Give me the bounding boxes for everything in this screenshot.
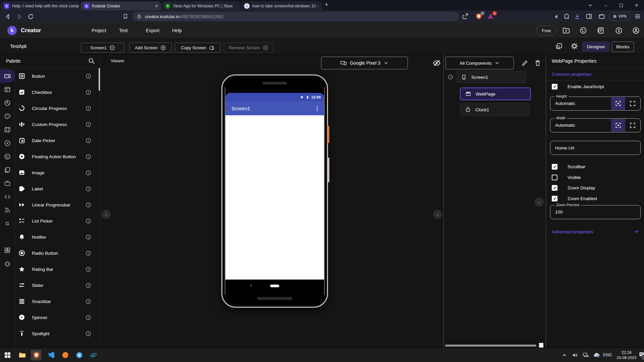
gear-icon[interactable]	[571, 42, 578, 50]
account-icon[interactable]	[632, 26, 640, 35]
property-checkbox-row[interactable]: Scrollbar	[552, 164, 585, 170]
network-icon[interactable]	[582, 352, 589, 359]
palette-scrollbar[interactable]	[99, 68, 100, 91]
taskbar-app[interactable]	[2, 350, 13, 360]
menu-item[interactable]: Export	[146, 28, 159, 33]
info-icon[interactable]	[86, 218, 91, 224]
palette-category[interactable]	[0, 150, 15, 163]
palette-item[interactable]: Radio Button	[15, 245, 100, 261]
palette-category[interactable]	[0, 96, 15, 110]
tree-node[interactable]: Screen1	[456, 71, 526, 83]
advanced-properties-link[interactable]: Advanced properties	[552, 229, 640, 235]
taskbar-app[interactable]	[17, 350, 28, 360]
search-icon[interactable]	[88, 57, 95, 64]
taskbar-app[interactable]	[88, 350, 99, 360]
property-checkbox-row[interactable]: Zoom Display	[552, 185, 595, 191]
clock-time[interactable]: 22:24	[616, 350, 637, 355]
monetization-icon[interactable]	[615, 26, 623, 35]
taskbar-app[interactable]	[31, 350, 42, 360]
browser-tab[interactable]: Help: I need help with the clock comp	[1, 1, 80, 10]
palette-category[interactable]	[0, 83, 15, 96]
info-icon[interactable]	[86, 202, 91, 208]
designer-tab[interactable]: Designer	[582, 42, 610, 52]
palette-category[interactable]	[0, 136, 15, 150]
menu-item[interactable]: Project	[92, 28, 106, 33]
zoom-percent-field[interactable]: Zoom Percent 100	[550, 205, 641, 219]
palette-item[interactable]: Linear Progressbar	[15, 197, 100, 213]
nav-back-icon[interactable]: ‹	[250, 282, 252, 288]
menu-item[interactable]: Help	[172, 28, 182, 33]
app-preview[interactable]: 12:00 Screen1 ⋮	[225, 93, 324, 280]
taskbar-app[interactable]	[60, 350, 70, 360]
extension-ghost-icon[interactable]	[563, 13, 570, 20]
device-selector[interactable]: Google Pixel 3	[321, 57, 408, 69]
palette-category[interactable]	[0, 203, 15, 217]
overflow-menu-icon[interactable]: ⋮	[314, 105, 320, 112]
palette-item[interactable]: Custom Progress	[15, 116, 100, 132]
palette-category[interactable]	[0, 257, 15, 270]
checkbox[interactable]	[552, 175, 557, 180]
palette-item[interactable]: Snackbar	[15, 293, 100, 309]
palette-category[interactable]	[0, 217, 15, 230]
toolbar-button[interactable]: Remove Screen	[224, 43, 273, 53]
palette-item[interactable]: Date Picker	[15, 132, 100, 148]
blocks-tab[interactable]: Blocks	[612, 42, 634, 52]
info-icon[interactable]	[86, 170, 91, 176]
language-indicator[interactable]: ENG	[603, 353, 612, 357]
wallet-icon[interactable]	[598, 13, 605, 20]
property-checkbox-row[interactable]: Zoom Enabled	[552, 196, 597, 201]
tray-expand-icon[interactable]	[561, 352, 568, 359]
viewer-next-button[interactable]: ›	[433, 210, 442, 219]
community-icon[interactable]	[579, 26, 587, 35]
downloads-icon[interactable]	[574, 13, 581, 20]
close-icon[interactable]: ×	[633, 2, 640, 9]
palette-item[interactable]: Button	[15, 68, 100, 84]
palette-item[interactable]: Floating Action Button	[15, 148, 100, 165]
palette-category[interactable]	[0, 110, 15, 123]
checkbox[interactable]	[552, 196, 557, 201]
volume-icon[interactable]	[572, 352, 579, 359]
info-icon[interactable]	[86, 154, 91, 160]
eye-off-icon[interactable]	[432, 59, 441, 67]
property-checkbox-row[interactable]: Visible	[552, 175, 581, 180]
checkbox[interactable]	[552, 185, 557, 191]
info-icon[interactable]	[86, 299, 91, 304]
docs-icon[interactable]	[597, 26, 605, 35]
info-icon[interactable]	[86, 250, 91, 256]
info-icon[interactable]	[86, 266, 91, 272]
share-icon[interactable]	[461, 12, 469, 20]
info-icon[interactable]	[86, 73, 91, 79]
plan-badge[interactable]: Free	[536, 25, 557, 36]
info-icon[interactable]	[86, 315, 91, 320]
scrollbar-handle[interactable]	[539, 343, 543, 348]
clock-date[interactable]: 23-08-2023	[616, 356, 637, 360]
palette-item[interactable]: Image	[15, 165, 100, 181]
browser-menu-icon[interactable]	[634, 13, 641, 20]
taskbar-app[interactable]	[74, 350, 85, 360]
menu-item[interactable]: Test	[119, 28, 128, 33]
screen-canvas[interactable]	[225, 115, 324, 280]
url-bar[interactable]: creator.kodular.io/#5578292385021952	[132, 12, 459, 21]
maximize-icon[interactable]	[618, 2, 625, 9]
reload-icon[interactable]	[27, 13, 35, 20]
palette-category[interactable]	[0, 69, 15, 83]
palette-category[interactable]	[0, 244, 15, 257]
extension-e-icon[interactable]: e	[553, 13, 560, 20]
tree-node[interactable]: WebPage	[460, 87, 531, 100]
palette-item[interactable]: Spinner	[15, 309, 100, 325]
palette-category[interactable]	[0, 163, 15, 177]
forward-icon[interactable]	[15, 13, 23, 20]
palette-item[interactable]: Spotlight	[15, 325, 100, 342]
viewer-prev-button[interactable]: ‹	[102, 210, 111, 219]
assets-icon[interactable]	[555, 42, 563, 50]
nav-home-pill[interactable]	[270, 285, 279, 287]
info-icon[interactable]	[86, 234, 91, 240]
checkbox[interactable]	[552, 164, 557, 170]
info-icon[interactable]	[86, 122, 91, 127]
info-icon[interactable]	[86, 186, 91, 192]
browser-tab[interactable]: Kodular Creator ×	[80, 1, 161, 10]
new-tab-button[interactable]: +	[325, 1, 328, 8]
toolbar-button[interactable]: Screen1	[81, 43, 124, 53]
palette-category[interactable]	[0, 123, 15, 136]
palette-category[interactable]	[0, 230, 15, 244]
